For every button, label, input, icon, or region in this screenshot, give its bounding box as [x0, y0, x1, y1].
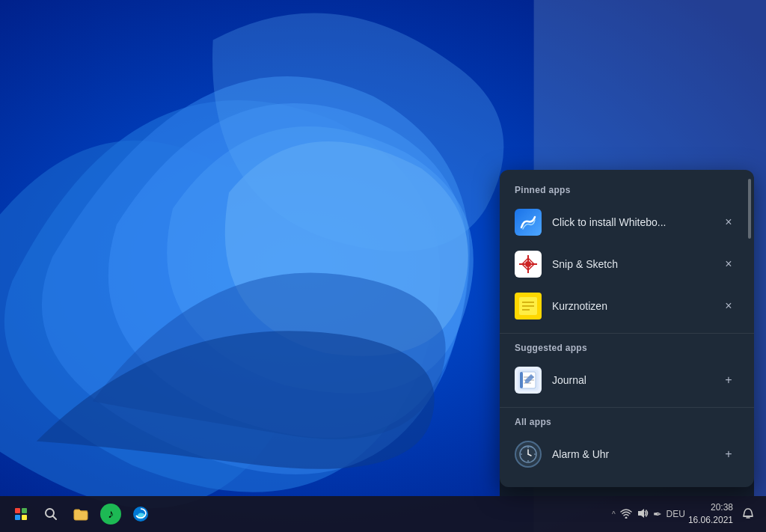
alarm-app-name: Alarm & Uhr [552, 448, 718, 460]
snip-icon [515, 251, 542, 278]
svg-rect-40 [74, 511, 88, 520]
svg-point-3 [525, 261, 531, 267]
network-icon[interactable] [620, 508, 632, 521]
whiteboard-icon [515, 209, 542, 236]
whiteboard-close-btn[interactable]: × [718, 212, 739, 233]
app-item-snip[interactable]: Snip & Sketch × [500, 243, 754, 285]
journal-add-btn[interactable]: + [718, 370, 739, 391]
notification-button[interactable] [736, 499, 760, 529]
kurznotizen-close-btn[interactable]: × [718, 296, 739, 317]
svg-point-42 [625, 516, 627, 519]
kurznotizen-app-name: Kurznotizen [552, 300, 718, 312]
snip-close-btn[interactable]: × [718, 254, 739, 275]
journal-icon [515, 367, 542, 394]
clock-date: 16.06.2021 [688, 514, 733, 527]
whiteboard-app-name: Click to install Whitebo... [552, 216, 718, 228]
all-apps-header: All apps [500, 414, 754, 433]
divider-1 [500, 333, 754, 334]
app-item-kurznotizen[interactable]: Kurznotizen × [500, 285, 754, 327]
svg-rect-15 [520, 372, 523, 388]
divider-2 [500, 407, 754, 408]
spotify-button[interactable]: ♪ [96, 499, 126, 529]
alarm-icon [515, 441, 542, 468]
svg-marker-43 [638, 509, 644, 518]
search-button[interactable] [36, 499, 66, 529]
svg-line-39 [53, 516, 57, 520]
journal-app-name: Journal [552, 374, 718, 386]
desktop: Pinned apps Click to install Whitebo... … [0, 0, 766, 532]
app-item-alarm[interactable]: Alarm & Uhr + [500, 433, 754, 475]
snip-app-name: Snip & Sketch [552, 258, 718, 270]
alarm-add-btn[interactable]: + [718, 444, 739, 465]
app-item-journal[interactable]: Journal + [500, 359, 754, 401]
popup-panel: Pinned apps Click to install Whitebo... … [500, 170, 754, 487]
pen-icon[interactable]: ✒ [653, 508, 662, 520]
show-hidden-btn[interactable]: ^ [612, 510, 616, 519]
volume-icon[interactable] [637, 508, 649, 521]
taskbar: ♪ ^ [0, 496, 766, 532]
pinned-apps-header: Pinned apps [500, 182, 754, 201]
clock-time: 20:38 [688, 501, 733, 514]
edge-button[interactable] [126, 499, 156, 529]
kurznotizen-icon [515, 293, 542, 319]
start-button[interactable] [6, 499, 36, 529]
language-label[interactable]: DEU [667, 509, 685, 519]
system-tray: ^ ✒ DEU [612, 508, 685, 521]
app-item-whiteboard[interactable]: Click to install Whitebo... × [500, 201, 754, 243]
file-explorer-button[interactable] [66, 499, 96, 529]
clock[interactable]: 20:38 16.06.2021 [685, 501, 736, 527]
suggested-apps-header: Suggested apps [500, 340, 754, 359]
